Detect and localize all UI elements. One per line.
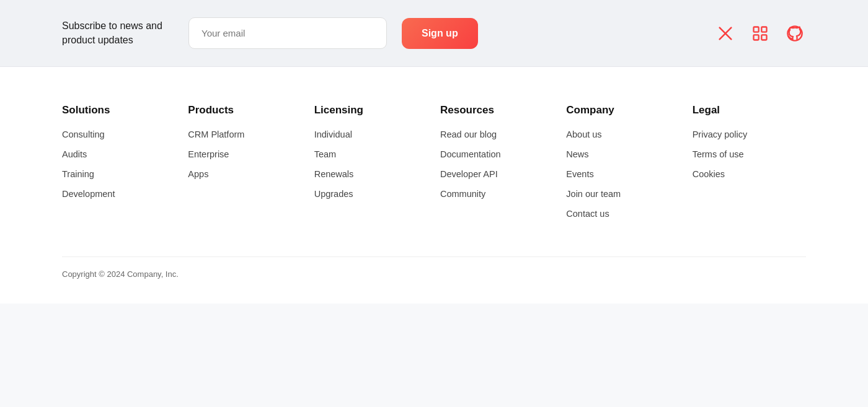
footer-column-licensing: LicensingIndividualTeamRenewalsUpgrades (314, 104, 428, 219)
column-header-4: Company (566, 104, 680, 116)
subscribe-text: Subscribe to news and product updates (62, 19, 174, 47)
link-community[interactable]: Community (440, 189, 485, 199)
link-upgrades[interactable]: Upgrades (314, 189, 353, 199)
list-item: Community (440, 188, 554, 199)
list-item: Audits (62, 149, 175, 160)
svg-rect-5 (761, 35, 766, 40)
link-crm-platform[interactable]: CRM Platform (188, 129, 244, 139)
column-header-0: Solutions (62, 104, 175, 116)
list-item: Apps (188, 168, 301, 180)
link-news[interactable]: News (566, 149, 588, 159)
list-item: CRM Platform (188, 129, 301, 140)
link-contact-us[interactable]: Contact us (566, 209, 609, 219)
list-item: Privacy policy (693, 129, 806, 140)
link-renewals[interactable]: Renewals (314, 169, 354, 179)
footer-column-company: CompanyAbout usNewsEventsJoin our teamCo… (566, 104, 680, 219)
list-item: Enterprise (188, 149, 301, 160)
copyright-text: Copyright © 2024 Company, Inc. (62, 256, 806, 279)
link-documentation[interactable]: Documentation (440, 149, 501, 159)
link-individual[interactable]: Individual (314, 129, 352, 139)
social-icons (714, 22, 806, 45)
link-audits[interactable]: Audits (62, 149, 87, 159)
slack-icon[interactable] (749, 22, 771, 45)
column-links-4: About usNewsEventsJoin our teamContact u… (566, 129, 680, 219)
footer-section: SolutionsConsultingAuditsTrainingDevelop… (0, 67, 868, 304)
list-item: Upgrades (314, 188, 428, 199)
svg-rect-3 (761, 27, 766, 32)
link-enterprise[interactable]: Enterprise (188, 149, 229, 159)
list-item: Development (62, 188, 175, 199)
list-item: Read our blog (440, 129, 554, 140)
link-development[interactable]: Development (62, 189, 115, 199)
list-item: Consulting (62, 129, 175, 140)
link-team[interactable]: Team (314, 149, 336, 159)
list-item: Individual (314, 129, 428, 140)
github-icon[interactable] (784, 22, 806, 45)
column-header-1: Products (188, 104, 301, 116)
column-header-3: Resources (440, 104, 554, 116)
list-item: Terms of use (693, 149, 806, 160)
footer-column-solutions: SolutionsConsultingAuditsTrainingDevelop… (62, 104, 175, 219)
list-item: Training (62, 168, 175, 180)
link-cookies[interactable]: Cookies (693, 169, 725, 179)
link-events[interactable]: Events (566, 169, 593, 179)
column-links-0: ConsultingAuditsTrainingDevelopment (62, 129, 175, 199)
link-about-us[interactable]: About us (566, 129, 601, 139)
link-consulting[interactable]: Consulting (62, 129, 105, 139)
email-input-wrapper (188, 17, 387, 49)
link-terms-of-use[interactable]: Terms of use (693, 149, 744, 159)
column-header-2: Licensing (314, 104, 428, 116)
link-training[interactable]: Training (62, 169, 94, 179)
list-item: Developer API (440, 168, 554, 180)
svg-rect-2 (754, 27, 759, 32)
link-join-our-team[interactable]: Join our team (566, 189, 621, 199)
column-links-5: Privacy policyTerms of useCookies (693, 129, 806, 180)
link-apps[interactable]: Apps (188, 169, 208, 179)
list-item: Join our team (566, 188, 680, 199)
link-developer-api[interactable]: Developer API (440, 169, 498, 179)
list-item: Team (314, 149, 428, 160)
link-privacy-policy[interactable]: Privacy policy (693, 129, 748, 139)
column-header-5: Legal (693, 104, 806, 116)
x-twitter-icon[interactable] (714, 22, 737, 45)
list-item: About us (566, 129, 680, 140)
column-links-3: Read our blogDocumentationDeveloper APIC… (440, 129, 554, 199)
svg-rect-4 (754, 35, 759, 40)
sign-up-button[interactable]: Sign up (402, 18, 478, 49)
subscribe-bar: Subscribe to news and product updates Si… (0, 0, 868, 67)
footer-column-legal: LegalPrivacy policyTerms of useCookies (693, 104, 806, 219)
list-item: News (566, 149, 680, 160)
list-item: Cookies (693, 168, 806, 180)
column-links-2: IndividualTeamRenewalsUpgrades (314, 129, 428, 199)
list-item: Events (566, 168, 680, 180)
footer-columns-grid: SolutionsConsultingAuditsTrainingDevelop… (62, 104, 806, 219)
email-input[interactable] (188, 17, 387, 49)
list-item: Documentation (440, 149, 554, 160)
column-links-1: CRM PlatformEnterpriseApps (188, 129, 301, 180)
list-item: Contact us (566, 208, 680, 219)
list-item: Renewals (314, 168, 428, 180)
footer-column-resources: ResourcesRead our blogDocumentationDevel… (440, 104, 554, 219)
footer-column-products: ProductsCRM PlatformEnterpriseApps (188, 104, 301, 219)
link-read-our-blog[interactable]: Read our blog (440, 129, 497, 139)
